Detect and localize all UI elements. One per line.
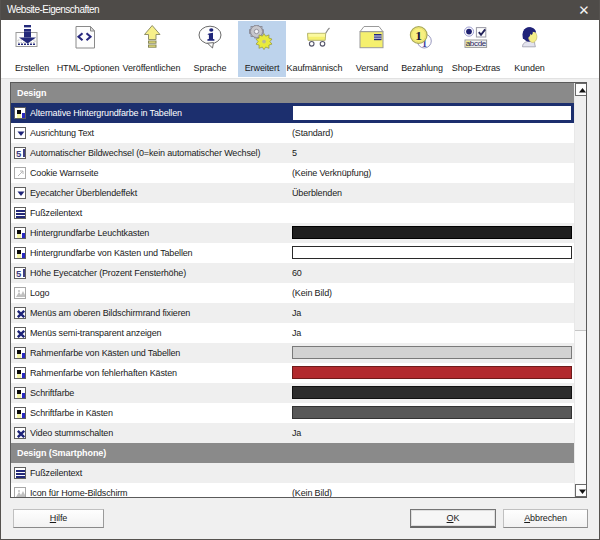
svg-text:abcde: abcde (466, 39, 487, 48)
svg-text:1: 1 (415, 28, 422, 43)
